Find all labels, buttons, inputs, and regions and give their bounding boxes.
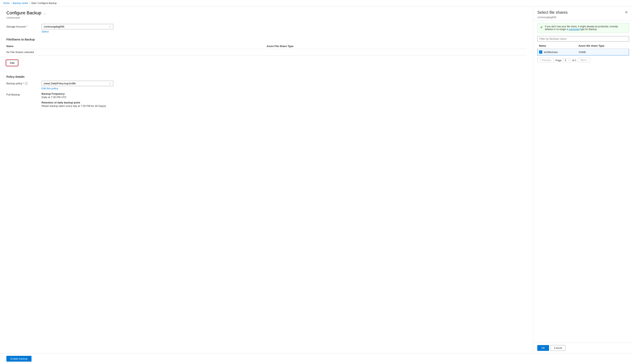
file-shares-table-body: testfileshare XSMB (537, 49, 629, 56)
page-select[interactable]: 1 (563, 58, 570, 62)
policy-info-icon[interactable]: i (25, 82, 28, 85)
breadcrumb-home[interactable]: Home (3, 2, 10, 4)
add-button[interactable]: Add (7, 60, 18, 66)
storage-account-section: Storage Account * contosorgdiag556 Selec… (7, 24, 527, 33)
page-title: Configure Backup (7, 10, 41, 16)
backup-policy-field: (new) DailyPolicy-kup1e38k Edit this pol… (42, 81, 113, 90)
name-column-header: Name (537, 43, 577, 49)
storage-account-select[interactable]: contosorgdiag556 (42, 24, 113, 29)
full-backup-details: Backup Frequency Daily at 7:30 PM UTC Re… (42, 92, 106, 108)
no-files-row: No File Shares selected (7, 49, 527, 56)
bottom-bar: Enable backup (0, 353, 633, 364)
backup-policy-label: Backup policy * i (7, 81, 38, 85)
backup-policy-select[interactable]: (new) DailyPolicy-kup1e38k (42, 81, 113, 86)
close-button[interactable]: ✕ (623, 10, 629, 15)
right-panel-body: ✔ If you don't see your file share, it m… (533, 20, 633, 342)
fileshares-table-header: Name Azure File Share Type (7, 44, 527, 49)
more-options-icon[interactable]: ... (43, 11, 46, 15)
backup-policy-select-wrapper[interactable]: (new) DailyPolicy-kup1e38k (42, 81, 113, 86)
full-backup-label: Full Backup (7, 92, 38, 96)
retention-value: Retain backup taken every day at 7:30 PM… (42, 104, 106, 108)
file-shares-table-header: Name Azure file share Type (537, 43, 629, 49)
azure-share-type-header: Azure File Share Type (267, 45, 527, 48)
select-link[interactable]: Select (42, 30, 49, 33)
table-row: testfileshare XSMB (537, 49, 629, 56)
page-select-wrapper[interactable]: 1 (563, 58, 570, 62)
ok-button[interactable]: OK (537, 345, 549, 351)
right-panel-title-row: Select file shares ✕ (537, 10, 629, 15)
right-panel-footer: OK Cancel (533, 342, 633, 353)
fileshares-title: FileShares to Backup (7, 38, 527, 41)
right-panel-subtitle: contosorgdiag556 (537, 16, 629, 19)
info-success-icon: ✔ (540, 25, 543, 29)
configure-backup-panel: Configure Backup ... contosovault Storag… (0, 6, 533, 353)
storage-account-field: contosorgdiag556 Select (42, 24, 113, 33)
policy-section-title: Policy Details (7, 75, 527, 78)
file-share-type-cell: XSMB (577, 49, 629, 56)
full-backup-row: Full Backup Backup Frequency Daily at 7:… (7, 92, 527, 108)
breadcrumb: Home › Backup center › Start: Configure … (0, 0, 633, 6)
page-label: Page (555, 59, 561, 62)
policy-section: Policy Details Backup policy * i (new) D… (7, 75, 527, 108)
cancel-button[interactable]: Cancel (551, 345, 565, 351)
backup-frequency-value: Daily at 7:30 PM UTC (42, 96, 106, 99)
file-share-name: testfileshare (544, 51, 558, 54)
enable-backup-button[interactable]: Enable backup (7, 356, 32, 362)
file-shares-table: Name Azure file share Type testfileshare… (537, 43, 629, 56)
file-share-name-cell[interactable]: testfileshare (537, 49, 577, 56)
info-banner-text: If you don't see your file share, it mig… (545, 25, 626, 31)
fileshares-section: FileShares to Backup Name Azure File Sha… (7, 38, 527, 56)
pagination-row: < Previous Page 1 of 1 Next > (537, 58, 629, 62)
breadcrumb-current: Start: Configure Backup (31, 2, 57, 4)
retention-title: Retention of daily backup point (42, 101, 106, 104)
info-banner: ✔ If you don't see your file share, it m… (537, 23, 629, 33)
policy-required-indicator: * (23, 82, 24, 85)
filter-input[interactable] (537, 36, 629, 42)
next-button[interactable]: Next > (578, 58, 590, 62)
breadcrumb-backup-center[interactable]: Backup center (13, 2, 28, 4)
backup-frequency-title: Backup Frequency (42, 92, 106, 95)
right-panel: Select file shares ✕ contosorgdiag556 ✔ … (533, 6, 633, 353)
of-label: of 1 (572, 59, 576, 62)
storage-account-label: Storage Account * (7, 24, 38, 28)
storage-account-select-wrapper[interactable]: contosorgdiag556 (42, 24, 113, 29)
azure-type-column-header: Azure file share Type (577, 43, 629, 49)
previous-button[interactable]: < Previous (537, 58, 554, 62)
edit-policy-link[interactable]: Edit this policy (42, 87, 58, 90)
retention-block: Retention of daily backup point Retain b… (42, 101, 106, 108)
name-column-header: Name (7, 45, 267, 48)
required-indicator: * (26, 25, 27, 28)
supported-link[interactable]: supported (569, 28, 579, 31)
backup-frequency-block: Backup Frequency Daily at 7:30 PM UTC (42, 92, 106, 99)
right-panel-header: Select file shares ✕ contosorgdiag556 (533, 6, 633, 20)
file-share-checkbox[interactable] (539, 50, 542, 54)
page-subtitle: contosovault (7, 16, 527, 19)
right-panel-title: Select file shares (537, 10, 567, 15)
